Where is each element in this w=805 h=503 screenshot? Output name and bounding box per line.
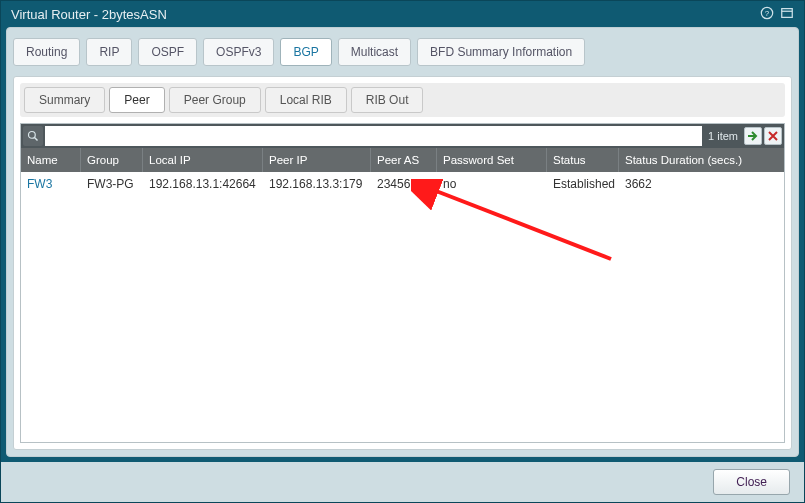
grid-searchbar: 1 item bbox=[21, 124, 784, 148]
window-menu-icon[interactable] bbox=[780, 6, 794, 23]
table-row[interactable]: FW3 FW3-PG 192.168.13.1:42664 192.168.13… bbox=[21, 172, 784, 196]
col-status[interactable]: Status bbox=[547, 148, 619, 172]
svg-line-5 bbox=[35, 138, 38, 141]
col-password-set[interactable]: Password Set bbox=[437, 148, 547, 172]
subtab-summary[interactable]: Summary bbox=[24, 87, 105, 113]
modal-body: Routing RIP OSPF OSPFv3 BGP Multicast BF… bbox=[6, 27, 799, 457]
col-peer-as[interactable]: Peer AS bbox=[371, 148, 437, 172]
search-clear-button[interactable] bbox=[764, 127, 782, 145]
tab-ospfv3[interactable]: OSPFv3 bbox=[203, 38, 274, 66]
close-button[interactable]: Close bbox=[713, 469, 790, 495]
cell-peer-as: 23456 bbox=[371, 172, 437, 196]
peer-grid: 1 item Name Group Local IP Peer IP Peer … bbox=[20, 123, 785, 443]
tab-multicast[interactable]: Multicast bbox=[338, 38, 411, 66]
items-count: 1 item bbox=[704, 130, 742, 142]
svg-rect-2 bbox=[782, 8, 793, 17]
cell-password-set: no bbox=[437, 172, 547, 196]
col-peer-ip[interactable]: Peer IP bbox=[263, 148, 371, 172]
tab-routing[interactable]: Routing bbox=[13, 38, 80, 66]
subtab-peergroup[interactable]: Peer Group bbox=[169, 87, 261, 113]
col-group[interactable]: Group bbox=[81, 148, 143, 172]
content-panel: Summary Peer Peer Group Local RIB RIB Ou… bbox=[13, 76, 792, 450]
col-local-ip[interactable]: Local IP bbox=[143, 148, 263, 172]
titlebar: Virtual Router - 2bytesASN ? bbox=[1, 1, 804, 27]
primary-tabs: Routing RIP OSPF OSPFv3 BGP Multicast BF… bbox=[13, 38, 792, 66]
cell-status: Established bbox=[547, 172, 619, 196]
cell-status-duration: 3662 bbox=[619, 172, 784, 196]
tab-bgp[interactable]: BGP bbox=[280, 38, 331, 66]
svg-text:?: ? bbox=[765, 8, 770, 17]
subtab-peer[interactable]: Peer bbox=[109, 87, 164, 113]
virtual-router-modal: Virtual Router - 2bytesASN ? Routing RIP… bbox=[0, 0, 805, 503]
svg-point-4 bbox=[29, 132, 36, 139]
col-status-duration[interactable]: Status Duration (secs.) bbox=[619, 148, 784, 172]
cell-local-ip: 192.168.13.1:42664 bbox=[143, 172, 263, 196]
cell-name[interactable]: FW3 bbox=[21, 172, 81, 196]
search-icon[interactable] bbox=[23, 126, 43, 146]
cell-peer-ip: 192.168.13.3:179 bbox=[263, 172, 371, 196]
search-go-button[interactable] bbox=[744, 127, 762, 145]
tab-bfd[interactable]: BFD Summary Information bbox=[417, 38, 585, 66]
modal-footer: Close bbox=[1, 462, 804, 502]
sub-tabs: Summary Peer Peer Group Local RIB RIB Ou… bbox=[20, 83, 785, 117]
col-name[interactable]: Name bbox=[21, 148, 81, 172]
subtab-localrib[interactable]: Local RIB bbox=[265, 87, 347, 113]
tab-ospf[interactable]: OSPF bbox=[138, 38, 197, 66]
help-icon[interactable]: ? bbox=[760, 6, 774, 23]
tab-rip[interactable]: RIP bbox=[86, 38, 132, 66]
search-input[interactable] bbox=[45, 126, 702, 146]
subtab-ribout[interactable]: RIB Out bbox=[351, 87, 424, 113]
window-title: Virtual Router - 2bytesASN bbox=[11, 7, 167, 22]
table-header: Name Group Local IP Peer IP Peer AS Pass… bbox=[21, 148, 784, 172]
cell-group: FW3-PG bbox=[81, 172, 143, 196]
